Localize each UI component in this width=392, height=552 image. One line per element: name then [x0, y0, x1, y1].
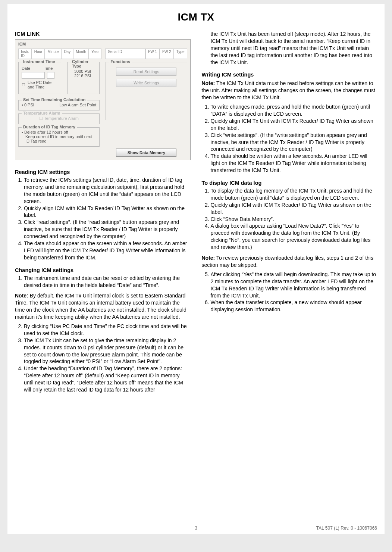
list-item: Click “read settings”. (If the “read set…: [24, 219, 191, 240]
opt-3000psi[interactable]: 3000 PSI: [70, 69, 96, 74]
list-item: After clicking “Yes” the data will begin…: [211, 271, 377, 299]
display-steps-list-2: After clicking “Yes” the data will begin…: [202, 271, 377, 313]
hdr-month: Month: [73, 49, 89, 59]
opt-0-psi[interactable]: 0 PSI: [22, 103, 34, 107]
writing-heading: Writing ICM settings: [202, 72, 377, 78]
opt-delete-12h[interactable]: Delete after 12 hours off: [22, 130, 96, 134]
page-footer: 3 TAL 507 (L) Rev. 0 - 10067066: [15, 526, 377, 531]
changing-steps-list-1: The instrument time and date can be rese…: [15, 275, 191, 289]
list-item: The data should appear on the screen wit…: [24, 240, 191, 261]
reading-heading: Reading ICM settings: [15, 169, 191, 175]
reading-steps-list: To retrieve the ICM’s settings (serial I…: [15, 177, 191, 261]
hdr-type: Type: [174, 49, 187, 59]
hdr-hour: Hour: [32, 49, 45, 59]
note-2: Note: The ICM Tx Unit data must be read …: [202, 80, 377, 101]
icm-link-heading: ICM LINK: [15, 31, 191, 37]
label-date: Date: [22, 66, 30, 71]
revision-label: TAL 507 (L) Rev. 0 - 10067066: [316, 526, 377, 531]
note-3: Note: To review previously downloaded da…: [202, 255, 377, 269]
opt-keep-current-id[interactable]: Keep current ID in memory until next ID …: [22, 134, 96, 143]
list-item: Quickly align ICM with ICM Tx Reader/ ID…: [211, 202, 377, 216]
chk-temperature-alarm[interactable]: Temperature Alarm: [22, 116, 96, 121]
write-settings-button[interactable]: Write Settings: [116, 79, 176, 87]
list-item: To display the data log memory of the IC…: [211, 187, 377, 202]
note-1: Note: By default, the ICM Tx Unit intern…: [15, 292, 191, 321]
opt-low-alarm-set-point[interactable]: Low Alarm Set Point: [59, 103, 96, 107]
page-title: ICM TX: [15, 11, 377, 23]
list-item: The instrument time and date can be rese…: [24, 275, 191, 289]
grp-temperature-alarm: Temperature Alarm: [22, 111, 62, 115]
hdr-instr-id: Instr. ID: [18, 49, 32, 59]
grp-duration-id-tag: Duration of ID Tag Memory: [22, 125, 77, 129]
time-field[interactable]: [47, 72, 54, 79]
list-item: The ICM Tx Unit can be set to give the t…: [24, 337, 191, 365]
page-number: 3: [195, 526, 197, 531]
hdr-fw1: FW 1: [145, 49, 160, 59]
icm-settings-dialog: ICM Instr. ID Hour Minute Day Month Year…: [15, 39, 191, 160]
hdr-fw2: FW 2: [160, 49, 174, 59]
opt-2216psi[interactable]: 2216 PSI: [70, 74, 96, 78]
hdr-serial-id: Serial ID: [105, 49, 145, 59]
chk-use-pc-date[interactable]: Use PC Date and Time: [22, 80, 58, 89]
continuation-text: the ICM Tx Unit has been turned off (sle…: [211, 31, 377, 66]
list-item: Under the heading “Duration of ID Tag Me…: [24, 365, 191, 393]
date-field[interactable]: [22, 72, 45, 79]
changing-steps-list-2: By clicking “Use PC Date and Time” the P…: [15, 323, 191, 393]
list-item: Click “write settings”. (If the “write s…: [211, 132, 377, 153]
grp-functions: Functions: [109, 59, 132, 64]
display-heading: To display ICM data log: [202, 180, 377, 186]
dialog-title: ICM: [18, 42, 26, 46]
hdr-year: Year: [89, 49, 101, 59]
list-item: Quickly align ICM Tx Unit with ICM Tx Re…: [211, 118, 377, 132]
read-settings-button[interactable]: Read Settings: [116, 68, 176, 76]
list-item: The data should be written within a few …: [211, 153, 377, 174]
grp-set-time-remaining: Set Time Remaining Calculation: [22, 97, 87, 102]
display-steps-list-1: To display the data log memory of the IC…: [202, 187, 377, 251]
grp-instrument-time: Instrument Time: [22, 59, 56, 64]
list-item: Click “Show Data Memory”.: [211, 216, 377, 223]
hdr-minute: Minute: [45, 49, 61, 59]
list-item: To retrieve the ICM’s settings (serial I…: [24, 177, 191, 205]
show-data-memory-button[interactable]: Show Data Memory: [116, 149, 176, 157]
changing-heading: Changing ICM settings: [15, 267, 191, 273]
list-item: When the data transfer is complete, a ne…: [211, 299, 377, 313]
label-time: Time: [44, 66, 53, 71]
grp-cylinder-type: Cylinder Type: [70, 59, 99, 68]
hdr-day: Day: [61, 49, 73, 59]
list-item: A dialog box will appear asking “Load Ne…: [211, 222, 377, 251]
list-item: Quickly align ICM with ICM Tx Reader/ ID…: [24, 205, 191, 219]
writing-steps-list: To write changes made, press and hold th…: [202, 103, 377, 174]
list-item: To write changes made, press and hold th…: [211, 103, 377, 118]
list-item: By clicking “Use PC Date and Time” the P…: [24, 323, 191, 337]
